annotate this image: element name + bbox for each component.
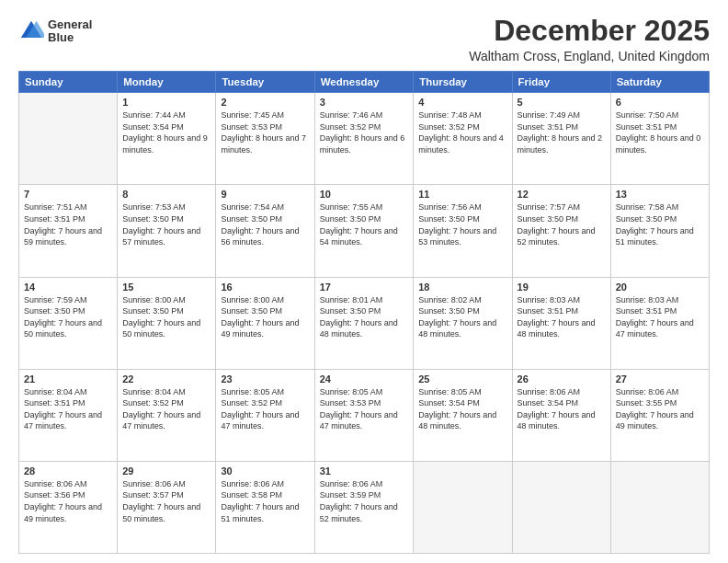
day-number: 4 [418,97,506,108]
day-info: Sunrise: 7:50 AMSunset: 3:51 PMDaylight:… [616,109,704,155]
calendar-cell: 19Sunrise: 8:03 AMSunset: 3:51 PMDayligh… [512,277,610,369]
day-info: Sunrise: 8:06 AMSunset: 3:59 PMDaylight:… [320,478,409,524]
col-header-monday: Monday [118,72,216,93]
day-number: 22 [122,373,210,385]
calendar-cell: 30Sunrise: 8:06 AMSunset: 3:58 PMDayligh… [216,461,314,553]
day-info: Sunrise: 7:45 AMSunset: 3:53 PMDaylight:… [221,109,309,155]
calendar-cell: 31Sunrise: 8:06 AMSunset: 3:59 PMDayligh… [314,461,414,553]
week-row-4: 28Sunrise: 8:06 AMSunset: 3:56 PMDayligh… [19,461,710,553]
calendar-cell: 1Sunrise: 7:44 AMSunset: 3:54 PMDaylight… [118,93,216,185]
day-number: 17 [320,282,409,293]
calendar-cell: 13Sunrise: 7:58 AMSunset: 3:50 PMDayligh… [610,185,709,277]
calendar-body: 1Sunrise: 7:44 AMSunset: 3:54 PMDaylight… [19,93,710,554]
day-info: Sunrise: 7:53 AMSunset: 3:50 PMDaylight:… [122,201,210,247]
logo: General Blue [18,18,92,45]
calendar-cell [19,93,118,185]
col-header-friday: Friday [512,72,610,93]
day-info: Sunrise: 7:59 AMSunset: 3:50 PMDaylight:… [24,294,112,340]
calendar-cell: 5Sunrise: 7:49 AMSunset: 3:51 PMDaylight… [512,93,610,185]
calendar-cell: 15Sunrise: 8:00 AMSunset: 3:50 PMDayligh… [118,277,216,369]
day-number: 1 [122,97,210,108]
logo-line2: Blue [48,31,92,44]
day-info: Sunrise: 7:56 AMSunset: 3:50 PMDaylight:… [418,201,506,247]
calendar: SundayMondayTuesdayWednesdayThursdayFrid… [18,71,710,554]
calendar-cell: 3Sunrise: 7:46 AMSunset: 3:52 PMDaylight… [314,93,414,185]
day-info: Sunrise: 8:03 AMSunset: 3:51 PMDaylight:… [616,294,704,340]
day-number: 10 [320,189,409,200]
calendar-cell: 12Sunrise: 7:57 AMSunset: 3:50 PMDayligh… [512,185,610,277]
calendar-cell: 16Sunrise: 8:00 AMSunset: 3:50 PMDayligh… [216,277,314,369]
day-info: Sunrise: 8:05 AMSunset: 3:53 PMDaylight:… [320,386,409,432]
day-info: Sunrise: 8:06 AMSunset: 3:58 PMDaylight:… [221,478,309,524]
day-info: Sunrise: 7:51 AMSunset: 3:51 PMDaylight:… [24,201,112,247]
col-header-sunday: Sunday [19,72,118,93]
day-info: Sunrise: 7:46 AMSunset: 3:52 PMDaylight:… [320,109,409,155]
day-number: 11 [418,189,506,200]
calendar-cell [512,461,610,553]
calendar-cell: 8Sunrise: 7:53 AMSunset: 3:50 PMDaylight… [118,185,216,277]
day-info: Sunrise: 8:03 AMSunset: 3:51 PMDaylight:… [518,294,606,340]
col-header-tuesday: Tuesday [216,72,314,93]
calendar-cell: 20Sunrise: 8:03 AMSunset: 3:51 PMDayligh… [610,277,709,369]
day-number: 26 [518,373,606,385]
calendar-cell: 25Sunrise: 8:05 AMSunset: 3:54 PMDayligh… [414,369,512,461]
day-number: 9 [221,189,309,200]
calendar-cell [610,461,709,553]
day-info: Sunrise: 8:00 AMSunset: 3:50 PMDaylight:… [221,294,309,340]
day-number: 14 [24,282,112,293]
day-info: Sunrise: 8:02 AMSunset: 3:50 PMDaylight:… [418,294,506,340]
logo-icon [18,18,44,44]
day-info: Sunrise: 8:04 AMSunset: 3:51 PMDaylight:… [24,386,112,432]
location: Waltham Cross, England, United Kingdom [469,49,710,63]
calendar-cell: 29Sunrise: 8:06 AMSunset: 3:57 PMDayligh… [118,461,216,553]
day-number: 19 [518,282,606,293]
day-info: Sunrise: 8:05 AMSunset: 3:52 PMDaylight:… [221,386,309,432]
day-info: Sunrise: 8:00 AMSunset: 3:50 PMDaylight:… [122,294,210,340]
calendar-cell [414,461,512,553]
col-header-thursday: Thursday [414,72,512,93]
calendar-cell: 28Sunrise: 8:06 AMSunset: 3:56 PMDayligh… [19,461,118,553]
day-number: 25 [418,373,506,385]
calendar-cell: 11Sunrise: 7:56 AMSunset: 3:50 PMDayligh… [414,185,512,277]
day-info: Sunrise: 7:54 AMSunset: 3:50 PMDaylight:… [221,201,309,247]
day-number: 27 [616,373,704,385]
calendar-cell: 27Sunrise: 8:06 AMSunset: 3:55 PMDayligh… [610,369,709,461]
week-row-1: 7Sunrise: 7:51 AMSunset: 3:51 PMDaylight… [19,185,710,277]
calendar-cell: 23Sunrise: 8:05 AMSunset: 3:52 PMDayligh… [216,369,314,461]
day-info: Sunrise: 7:44 AMSunset: 3:54 PMDaylight:… [122,109,210,155]
day-number: 30 [221,465,309,477]
calendar-cell: 21Sunrise: 8:04 AMSunset: 3:51 PMDayligh… [19,369,118,461]
calendar-cell: 10Sunrise: 7:55 AMSunset: 3:50 PMDayligh… [314,185,414,277]
logo-text: General Blue [48,18,92,45]
day-number: 23 [221,373,309,385]
day-number: 6 [616,97,704,108]
day-number: 31 [320,465,409,477]
calendar-cell: 6Sunrise: 7:50 AMSunset: 3:51 PMDaylight… [610,93,709,185]
day-info: Sunrise: 8:01 AMSunset: 3:50 PMDaylight:… [320,294,409,340]
day-number: 24 [320,373,409,385]
day-info: Sunrise: 8:06 AMSunset: 3:56 PMDaylight:… [24,478,112,524]
calendar-cell: 4Sunrise: 7:48 AMSunset: 3:52 PMDaylight… [414,93,512,185]
page: General Blue December 2025 Waltham Cross… [0,0,728,563]
day-number: 8 [122,189,210,200]
calendar-cell: 14Sunrise: 7:59 AMSunset: 3:50 PMDayligh… [19,277,118,369]
day-info: Sunrise: 8:05 AMSunset: 3:54 PMDaylight:… [418,386,506,432]
calendar-cell: 7Sunrise: 7:51 AMSunset: 3:51 PMDaylight… [19,185,118,277]
day-number: 15 [122,282,210,293]
day-number: 20 [616,282,704,293]
day-info: Sunrise: 7:55 AMSunset: 3:50 PMDaylight:… [320,201,409,247]
day-info: Sunrise: 8:06 AMSunset: 3:54 PMDaylight:… [518,386,606,432]
day-info: Sunrise: 8:06 AMSunset: 3:55 PMDaylight:… [616,386,704,432]
day-number: 3 [320,97,409,108]
day-number: 2 [221,97,309,108]
day-number: 7 [24,189,112,200]
calendar-header-row: SundayMondayTuesdayWednesdayThursdayFrid… [19,72,710,93]
day-info: Sunrise: 8:06 AMSunset: 3:57 PMDaylight:… [122,478,210,524]
calendar-cell: 2Sunrise: 7:45 AMSunset: 3:53 PMDaylight… [216,93,314,185]
week-row-0: 1Sunrise: 7:44 AMSunset: 3:54 PMDaylight… [19,93,710,185]
logo-line1: General [48,18,92,31]
day-number: 5 [518,97,606,108]
calendar-cell: 22Sunrise: 8:04 AMSunset: 3:52 PMDayligh… [118,369,216,461]
day-info: Sunrise: 7:57 AMSunset: 3:50 PMDaylight:… [518,201,606,247]
calendar-cell: 17Sunrise: 8:01 AMSunset: 3:50 PMDayligh… [314,277,414,369]
